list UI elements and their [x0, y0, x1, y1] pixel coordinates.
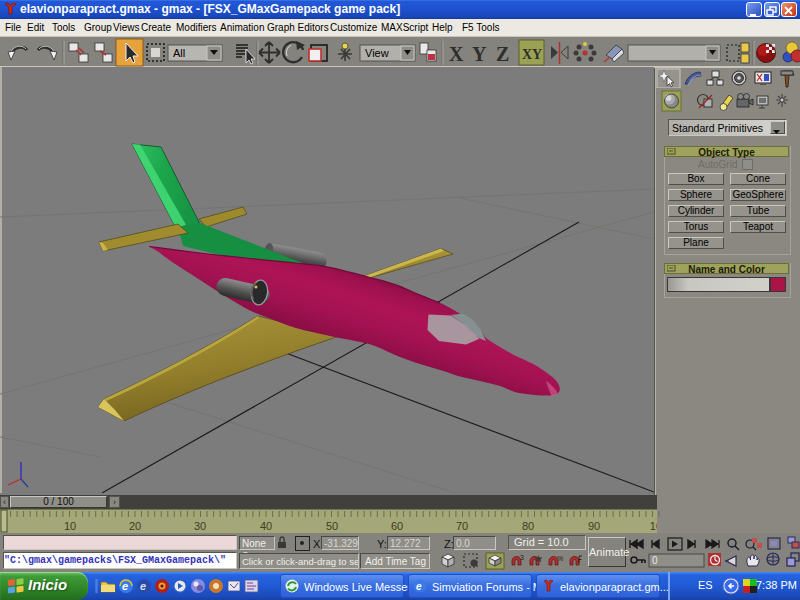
- svg-text:100: 100: [650, 520, 668, 532]
- svg-text:e: e: [122, 580, 128, 592]
- svg-text:10: 10: [64, 520, 76, 532]
- svg-text:60: 60: [391, 520, 403, 532]
- svg-text:X: X: [449, 43, 464, 65]
- svg-text:XY: XY: [522, 47, 542, 62]
- svg-text:80: 80: [522, 520, 534, 532]
- svg-text:All: All: [173, 47, 185, 59]
- svg-text:40: 40: [260, 520, 272, 532]
- svg-text:3: 3: [520, 554, 524, 561]
- svg-text:30: 30: [194, 520, 206, 532]
- svg-text:70: 70: [456, 520, 468, 532]
- svg-text:e: e: [140, 580, 146, 592]
- svg-text:e: e: [416, 581, 422, 592]
- svg-text:Y: Y: [472, 43, 487, 65]
- svg-text:%: %: [557, 555, 563, 562]
- svg-text:View: View: [365, 47, 389, 59]
- svg-text:90: 90: [588, 520, 600, 532]
- svg-text:50: 50: [326, 520, 338, 532]
- svg-text:20: 20: [129, 520, 141, 532]
- svg-text:0: 0: [652, 555, 658, 566]
- svg-text:Z: Z: [496, 43, 509, 65]
